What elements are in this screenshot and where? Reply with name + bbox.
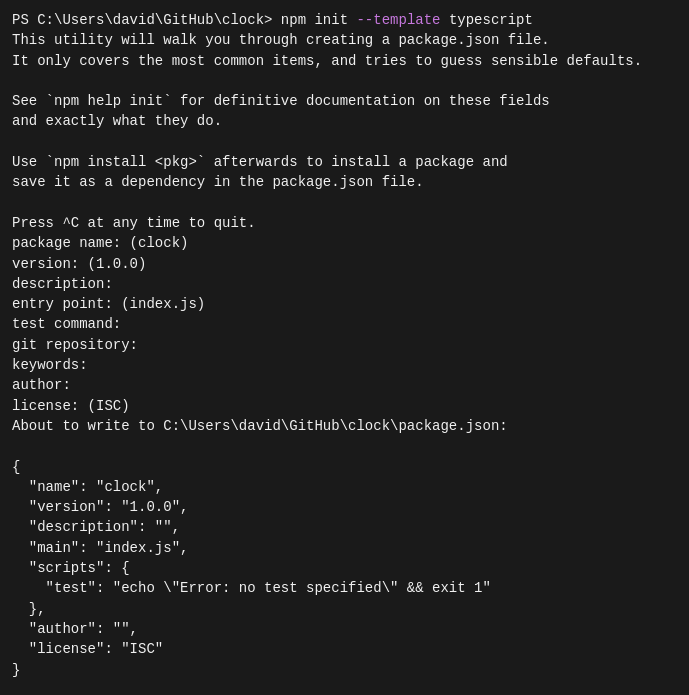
press-quit: Press ^C at any time to quit. xyxy=(12,213,677,233)
output-line-4: and exactly what they do. xyxy=(12,111,677,131)
json-description-line: "description": "", xyxy=(12,517,677,537)
entry-point-line: entry point: (index.js) xyxy=(12,294,677,314)
empty-line-2 xyxy=(12,132,677,152)
json-author-line: "author": "", xyxy=(12,619,677,639)
test-command-line: test command: xyxy=(12,314,677,334)
output-line-1: This utility will walk you through creat… xyxy=(12,30,677,50)
json-scripts-open: "scripts": { xyxy=(12,558,677,578)
output-line-6: save it as a dependency in the package.j… xyxy=(12,172,677,192)
json-open-brace: { xyxy=(12,457,677,477)
author-line: author: xyxy=(12,375,677,395)
npm-command: npm init xyxy=(272,12,356,28)
json-main-line: "main": "index.js", xyxy=(12,538,677,558)
empty-line-3 xyxy=(12,193,677,213)
json-scripts-close: }, xyxy=(12,599,677,619)
typescript-arg: typescript xyxy=(440,12,532,28)
empty-line-5 xyxy=(12,680,677,695)
license-line: license: (ISC) xyxy=(12,396,677,416)
keywords-line: keywords: xyxy=(12,355,677,375)
git-repository-line: git repository: xyxy=(12,335,677,355)
empty-line-1 xyxy=(12,71,677,91)
json-name-line: "name": "clock", xyxy=(12,477,677,497)
output-line-5: Use `npm install <pkg>` afterwards to in… xyxy=(12,152,677,172)
about-to-write-line: About to write to C:\Users\david\GitHub\… xyxy=(12,416,677,436)
prompt-path: PS C:\Users\david\GitHub\clock> xyxy=(12,12,272,28)
json-test-line: "test": "echo \"Error: no test specified… xyxy=(12,578,677,598)
template-flag: --template xyxy=(356,12,440,28)
output-line-2: It only covers the most common items, an… xyxy=(12,51,677,71)
json-close-brace: } xyxy=(12,660,677,680)
output-line-3: See `npm help init` for definitive docum… xyxy=(12,91,677,111)
package-name: package name: (clock) xyxy=(12,233,677,253)
empty-line-4 xyxy=(12,436,677,456)
json-license-line: "license": "ISC" xyxy=(12,639,677,659)
prompt-line: PS C:\Users\david\GitHub\clock> npm init… xyxy=(12,10,677,30)
description-line: description: xyxy=(12,274,677,294)
terminal-window: PS C:\Users\david\GitHub\clock> npm init… xyxy=(0,0,689,695)
version-line: version: (1.0.0) xyxy=(12,254,677,274)
json-version-line: "version": "1.0.0", xyxy=(12,497,677,517)
